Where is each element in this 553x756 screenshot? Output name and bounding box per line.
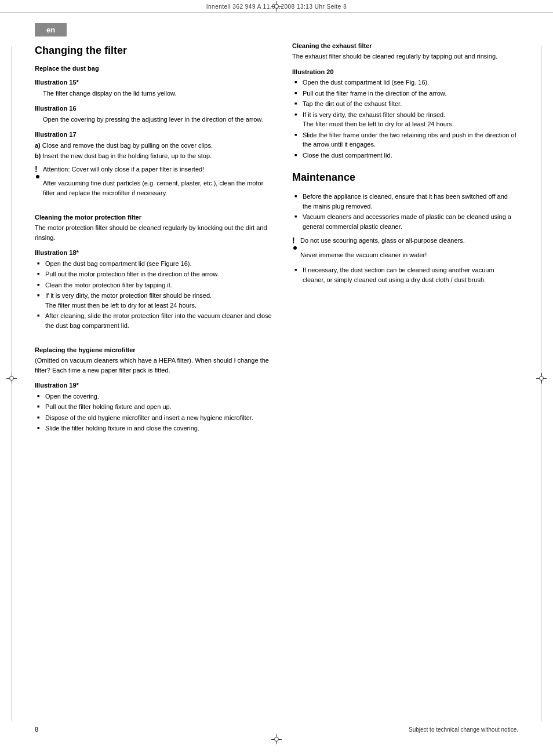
- lang-bar-container: en: [0, 13, 553, 42]
- maintenance-title: Maintenance: [292, 171, 518, 184]
- list-item: Open the dust bag compartment lid (see F…: [37, 259, 275, 269]
- attention-text-1: Attention: Cover will only close if a pa…: [43, 165, 275, 174]
- left-column: Changing the filter Replace the dust bag…: [35, 42, 275, 437]
- illus-18-bullets: Open the dust bag compartment lid (see F…: [35, 259, 275, 331]
- attention-block-2: ! Do not use scouring agents, glass or a…: [292, 236, 518, 260]
- list-item: Open the dust compartment lid (see Fig. …: [294, 78, 518, 87]
- illus-15-label: Illustration 15*: [35, 78, 275, 87]
- illus-16-label: Illustration 16: [35, 104, 275, 114]
- list-item: Pull out the motor protection filter in …: [37, 269, 275, 279]
- list-item: Open the covering.: [37, 392, 275, 401]
- maintenance-bullets-1: Before the appliance is cleaned, ensure …: [292, 192, 518, 231]
- page: Innenteil 362 949 A 11.06.2008 13:13 Uhr…: [0, 0, 553, 756]
- dot-icon-2: [293, 246, 297, 250]
- illus-17-a: a) Close and remove the dust bag by pull…: [35, 141, 275, 151]
- list-item: Before the appliance is cleaned, ensure …: [294, 192, 518, 211]
- list-item: Vacuum cleaners and accessories made of …: [294, 212, 518, 231]
- crosshair-right: [536, 373, 547, 384]
- list-item: Dispose of the old hygiene microfilter a…: [37, 413, 275, 423]
- illus-17-label: Illustration 17: [35, 130, 275, 140]
- dot-text-2: Never immerse the vacuum cleaner in wate…: [300, 249, 518, 260]
- footer-notice-container: Subject to technical change without noti…: [409, 726, 518, 733]
- illus-15-text: The filter change display on the lid tur…: [35, 89, 275, 98]
- maintenance-bullets-2: If necessary, the dust section can be cl…: [292, 265, 518, 284]
- list-item: If necessary, the dust section can be cl…: [294, 265, 518, 284]
- illus-19-bullets: Open the covering. Pull out the filter h…: [35, 392, 275, 433]
- list-item: Clean the motor protection filter by tap…: [37, 280, 275, 290]
- main-content: Changing the filter Replace the dust bag…: [0, 42, 553, 437]
- illus-17-b: b) Insert the new dust bag in the holdin…: [35, 151, 275, 161]
- main-title: Changing the filter: [35, 45, 275, 57]
- border-left: [12, 46, 12, 721]
- crosshair-left: [6, 373, 17, 384]
- list-item: Pull out the filter holding fixture and …: [37, 402, 275, 412]
- list-item: If it is very dirty, the motor protectio…: [37, 291, 275, 310]
- illus-20-bullets: Open the dust compartment lid (see Fig. …: [292, 78, 518, 160]
- page-number-text: 8: [35, 726, 38, 733]
- crosshair-top: [271, 1, 282, 12]
- heading-cleaning-motor: Cleaning the motor protection filter: [35, 214, 275, 221]
- list-item: Pull out the filter frame in the directi…: [294, 89, 518, 98]
- list-item: If it is very dirty, the exhaust filter …: [294, 110, 518, 129]
- page-number: 8: [35, 726, 38, 733]
- hygiene-intro: (Omitted on vacuum cleaners which have a…: [35, 356, 275, 375]
- dot-icon-1: [36, 175, 39, 178]
- illus-18-label: Illustration 18*: [35, 248, 275, 258]
- illus-19-label: Illustration 19*: [35, 381, 275, 390]
- attention-block-1: ! Attention: Cover will only close if a …: [35, 165, 275, 198]
- list-item: Slide the filter holding fixture in and …: [37, 423, 275, 433]
- list-item: Slide the filter frame under the two ret…: [294, 130, 518, 149]
- cleaning-motor-intro: The motor protection filter should be cl…: [35, 223, 275, 242]
- list-item: After cleaning, slide the motor protecti…: [37, 311, 275, 330]
- attention-text-2: Do not use scouring agents, glass or all…: [300, 236, 518, 246]
- list-item: Close the dust compartment lid.: [294, 151, 518, 160]
- dot-text-1: After vacuuming fine dust particles (e.g…: [43, 177, 275, 198]
- heading-cleaning-exhaust: Cleaning the exhaust filter: [292, 42, 518, 49]
- heading-replacing-hygiene: Replacing the hygiene microfilter: [35, 346, 275, 353]
- border-right: [541, 46, 541, 721]
- attention-exclaim-2-icon: !: [292, 236, 295, 245]
- list-item: Tap the dirt out of the exhaust filter.: [294, 99, 518, 109]
- heading-replace-dust-bag: Replace the dust bag: [35, 65, 275, 72]
- header-bar: Innenteil 362 949 A 11.06.2008 13:13 Uhr…: [0, 0, 553, 13]
- illus-16-text: Open the covering by pressing the adjust…: [35, 115, 275, 125]
- illus-20-label: Illustration 20: [292, 67, 518, 77]
- footer-notice-text: Subject to technical change without noti…: [409, 726, 518, 733]
- crosshair-bottom: [271, 734, 282, 744]
- lang-bar: en: [35, 23, 67, 36]
- right-column: Cleaning the exhaust filter The exhaust …: [292, 42, 518, 437]
- attention-exclaim-icon: !: [35, 165, 38, 174]
- exhaust-intro: The exhaust filter should be cleaned reg…: [292, 52, 518, 61]
